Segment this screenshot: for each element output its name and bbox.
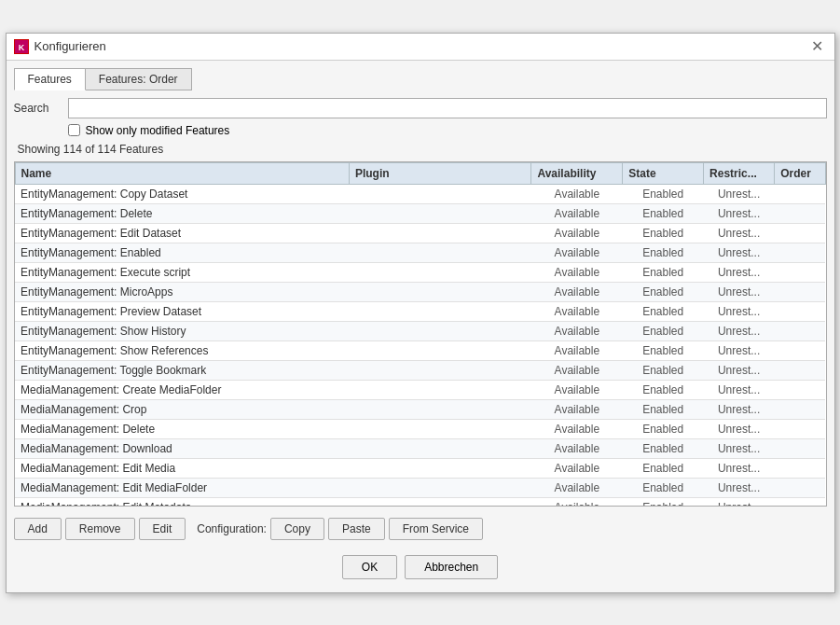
ok-button[interactable]: OK [342,555,397,579]
cell-plugin [349,203,531,223]
cell-state: Enabled [623,243,704,262]
cell-availability: Available [531,184,623,203]
copy-button[interactable]: Copy [270,518,324,540]
cell-availability: Available [531,380,623,399]
cell-restriction: Unrest... [704,340,775,360]
tabs: Features Features: Order [14,68,827,90]
cell-name: MediaManagement: Edit Metadata [15,497,349,507]
cancel-button[interactable]: Abbrechen [405,555,498,579]
cell-order [775,243,825,262]
table-row[interactable]: MediaManagement: DeleteAvailableEnabledU… [15,419,825,438]
table-row[interactable]: MediaManagement: CropAvailableEnabledUnr… [15,399,825,419]
cell-plugin [349,301,531,321]
title-bar: K Konfigurieren ✕ [7,34,834,61]
features-table-container: Name Plugin Availability State Restric..… [14,161,827,507]
table-row[interactable]: MediaManagement: Edit MediaAvailableEnab… [15,458,825,478]
remove-button[interactable]: Remove [65,518,135,540]
cell-availability: Available [531,203,623,223]
cell-state: Enabled [623,262,704,282]
table-row[interactable]: MediaManagement: Edit MediaFolderAvailab… [15,478,825,497]
cell-name: EntityManagement: Toggle Bookmark [15,360,349,380]
table-row[interactable]: EntityManagement: Edit DatasetAvailableE… [15,223,825,243]
cell-restriction: Unrest... [704,301,775,321]
col-header-availability[interactable]: Availability [531,162,623,184]
table-row[interactable]: EntityManagement: Copy DatasetAvailableE… [15,184,825,203]
cell-restriction: Unrest... [704,419,775,438]
cell-order [775,360,825,380]
cell-state: Enabled [623,458,704,478]
cell-name: MediaManagement: Delete [15,419,349,438]
cell-plugin [349,262,531,282]
cell-restriction: Unrest... [704,458,775,478]
search-label: Search [14,102,61,115]
cell-order [775,419,825,438]
from-service-button[interactable]: From Service [389,518,483,540]
cell-name: EntityManagement: Show History [15,321,349,340]
cell-order [775,380,825,399]
cell-availability: Available [531,301,623,321]
table-row[interactable]: EntityManagement: Toggle BookmarkAvailab… [15,360,825,380]
cell-availability: Available [531,478,623,497]
table-row[interactable]: EntityManagement: Show ReferencesAvailab… [15,340,825,360]
col-header-name[interactable]: Name [15,162,349,184]
cell-order [775,458,825,478]
table-row[interactable]: EntityManagement: Show HistoryAvailableE… [15,321,825,340]
col-header-state[interactable]: State [623,162,704,184]
modified-only-checkbox[interactable] [68,124,80,136]
table-row[interactable]: EntityManagement: DeleteAvailableEnabled… [15,203,825,223]
table-row[interactable]: EntityManagement: Execute scriptAvailabl… [15,262,825,282]
tab-features[interactable]: Features [14,68,86,90]
cell-order [775,340,825,360]
col-header-plugin[interactable]: Plugin [349,162,531,184]
table-row[interactable]: MediaManagement: DownloadAvailableEnable… [15,438,825,458]
col-header-restriction[interactable]: Restric... [704,162,775,184]
cell-state: Enabled [623,340,704,360]
cell-name: EntityManagement: Edit Dataset [15,223,349,243]
col-header-order[interactable]: Order [775,162,825,184]
close-button[interactable]: ✕ [807,39,827,54]
cell-plugin [349,380,531,399]
edit-button[interactable]: Edit [139,518,186,540]
table-row[interactable]: EntityManagement: MicroAppsAvailableEnab… [15,282,825,301]
cell-order [775,478,825,497]
cell-name: MediaManagement: Edit MediaFolder [15,478,349,497]
cell-availability: Available [531,223,623,243]
table-row[interactable]: MediaManagement: Edit MetadataAvailableE… [15,497,825,507]
cell-restriction: Unrest... [704,223,775,243]
add-button[interactable]: Add [14,518,62,540]
cell-plugin [349,243,531,262]
table-row[interactable]: EntityManagement: Preview DatasetAvailab… [15,301,825,321]
cell-availability: Available [531,360,623,380]
cell-availability: Available [531,340,623,360]
cell-state: Enabled [623,203,704,223]
features-table: Name Plugin Availability State Restric..… [15,162,826,507]
cell-name: MediaManagement: Create MediaFolder [15,380,349,399]
search-input[interactable] [68,98,827,118]
cell-availability: Available [531,243,623,262]
cell-state: Enabled [623,478,704,497]
cell-state: Enabled [623,419,704,438]
cell-availability: Available [531,282,623,301]
title-bar-left: K Konfigurieren [14,39,106,54]
cell-availability: Available [531,262,623,282]
svg-text:K: K [18,43,24,52]
cell-state: Enabled [623,223,704,243]
cell-state: Enabled [623,301,704,321]
cell-state: Enabled [623,184,704,203]
table-row[interactable]: MediaManagement: Create MediaFolderAvail… [15,380,825,399]
cell-plugin [349,497,531,507]
cell-restriction: Unrest... [704,380,775,399]
cell-plugin [349,438,531,458]
paste-button[interactable]: Paste [328,518,385,540]
cell-plugin [349,340,531,360]
cell-order [775,301,825,321]
cell-plugin [349,282,531,301]
cell-restriction: Unrest... [704,321,775,340]
cell-state: Enabled [623,399,704,419]
cell-restriction: Unrest... [704,184,775,203]
table-row[interactable]: EntityManagement: EnabledAvailableEnable… [15,243,825,262]
cell-restriction: Unrest... [704,497,775,507]
cell-availability: Available [531,399,623,419]
action-buttons-row: Add Remove Edit Configuration: Copy Past… [14,514,827,544]
tab-features-order[interactable]: Features: Order [86,68,192,90]
